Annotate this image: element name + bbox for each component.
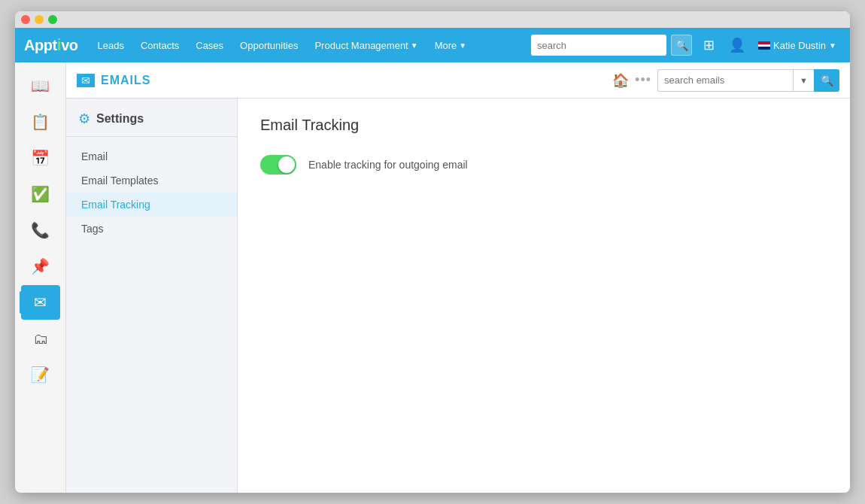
tracking-toggle[interactable] — [260, 155, 296, 175]
sidebar-item-email[interactable]: ✉ — [21, 285, 60, 320]
toggle-thumb — [278, 156, 295, 173]
search-emails-input[interactable] — [657, 69, 793, 92]
search-emails-area: ▼ 🔍 — [657, 69, 839, 92]
title-bar — [15, 11, 850, 28]
top-nav: Apptivo Leads Contacts Cases Opportuniti… — [15, 28, 850, 62]
sidebar-item-contacts-book[interactable]: 📖 — [21, 68, 60, 103]
user-menu[interactable]: Katie Dustin ▼ — [754, 37, 841, 54]
settings-menu-tags[interactable]: Tags — [66, 217, 237, 241]
more-options-icon[interactable]: ••• — [635, 72, 651, 88]
search-emails-button[interactable]: 🔍 — [814, 69, 839, 92]
sidebar-item-calls[interactable]: 📞 — [21, 213, 60, 247]
toggle-row: Enable tracking for outgoing email — [260, 155, 827, 175]
logo[interactable]: Apptivo — [24, 35, 78, 55]
sidebar-item-files[interactable]: 🗂 — [21, 321, 60, 356]
toggle-track — [260, 155, 296, 175]
close-btn[interactable] — [21, 15, 30, 24]
gear-icon: ⚙ — [78, 111, 90, 127]
nav-items: Leads Contacts Cases Opportunities Produ… — [90, 35, 531, 56]
search-dropdown-icon[interactable]: ▼ — [793, 69, 814, 92]
sidebar-item-pinned[interactable]: 📌 — [21, 249, 60, 284]
main-content: Email Tracking Enable tracking for outgo… — [238, 99, 850, 493]
email-module-icon — [77, 74, 95, 87]
sidebar-item-leads[interactable]: 📋 — [21, 105, 60, 139]
nav-leads[interactable]: Leads — [90, 35, 132, 56]
settings-sidebar: ⚙ Settings Email Email Templates Email T… — [66, 99, 238, 493]
app-window: Apptivo Leads Contacts Cases Opportuniti… — [15, 11, 850, 493]
user-name: Katie Dustin — [773, 40, 826, 51]
content-wrapper: 📖 📋 📅 ✅ 📞 📌 ✉ 🗂 📝 EMAILS 🏠 ••• — [15, 62, 850, 493]
module-title-area: EMAILS — [77, 74, 605, 87]
nav-contacts[interactable]: Contacts — [133, 35, 187, 56]
grid-icon[interactable]: ⊞ — [697, 33, 721, 57]
page-title: Email Tracking — [260, 117, 827, 134]
module-body: ⚙ Settings Email Email Templates Email T… — [66, 99, 850, 493]
maximize-btn[interactable] — [48, 15, 57, 24]
user-icon[interactable]: 👤 — [725, 33, 749, 57]
settings-header: ⚙ Settings — [66, 111, 237, 137]
nav-opportunities[interactable]: Opportunities — [232, 35, 305, 56]
module-title: EMAILS — [101, 74, 150, 87]
sidebar-item-tasks[interactable]: ✅ — [21, 177, 60, 211]
search-area: 🔍 ⊞ 👤 Katie Dustin ▼ — [531, 33, 841, 57]
nav-cases[interactable]: Cases — [188, 35, 231, 56]
flag-icon — [758, 41, 770, 50]
settings-menu-email-tracking[interactable]: Email Tracking — [66, 193, 237, 217]
settings-menu-email-templates[interactable]: Email Templates — [66, 169, 237, 193]
chevron-down-icon: ▼ — [459, 41, 466, 50]
module-header-actions: 🏠 ••• ▼ 🔍 — [612, 69, 839, 92]
sidebar-item-calendar[interactable]: 📅 — [21, 141, 60, 175]
home-icon[interactable]: 🏠 — [612, 72, 629, 89]
chevron-down-icon: ▼ — [829, 41, 836, 50]
minimize-btn[interactable] — [35, 15, 44, 24]
toggle-label: Enable tracking for outgoing email — [308, 159, 468, 171]
module-area: EMAILS 🏠 ••• ▼ 🔍 ⚙ — [66, 62, 850, 493]
icon-sidebar: 📖 📋 📅 ✅ 📞 📌 ✉ 🗂 📝 — [15, 62, 66, 493]
sidebar-item-notes[interactable]: 📝 — [21, 357, 60, 392]
settings-title: Settings — [96, 112, 144, 126]
nav-product-management[interactable]: Product Management ▼ — [307, 35, 425, 56]
logo-text: Apptivo — [24, 35, 78, 55]
chevron-down-icon: ▼ — [411, 41, 418, 50]
settings-menu: Email Email Templates Email Tracking Tag… — [66, 137, 237, 248]
module-header: EMAILS 🏠 ••• ▼ 🔍 — [66, 62, 850, 99]
settings-menu-email[interactable]: Email — [66, 144, 237, 169]
search-button[interactable]: 🔍 — [671, 35, 692, 56]
nav-more[interactable]: More ▼ — [427, 35, 475, 56]
search-input[interactable] — [531, 35, 666, 56]
